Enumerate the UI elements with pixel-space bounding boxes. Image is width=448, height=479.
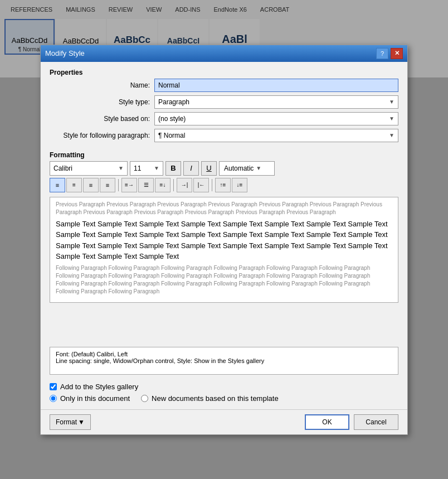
increase-indent-button[interactable]: →| bbox=[177, 178, 192, 192]
ok-cancel-buttons: OK Cancel bbox=[305, 414, 398, 430]
style-type-arrow: ▼ bbox=[389, 99, 395, 105]
font-select[interactable]: Calibri ▼ bbox=[50, 161, 128, 176]
properties-header: Properties bbox=[50, 69, 398, 76]
separator3 bbox=[212, 179, 212, 191]
add-to-gallery-checkbox[interactable] bbox=[50, 383, 57, 390]
color-arrow: ▼ bbox=[256, 165, 261, 171]
name-input[interactable] bbox=[154, 79, 398, 92]
checkbox-row: Add to the Styles gallery bbox=[50, 383, 398, 391]
cancel-button[interactable]: Cancel bbox=[354, 414, 398, 430]
size-select[interactable]: 11 ▼ bbox=[130, 161, 163, 176]
alignment-row: ≡ ≡ ≡ ≡ ≡→ ☰ ≡↓ →| |← ↑≡ ↓≡ bbox=[50, 178, 398, 192]
new-documents-radio[interactable] bbox=[141, 395, 148, 402]
line-space-up-button[interactable]: ↑≡ bbox=[215, 178, 231, 192]
style-based-select[interactable]: (no style) ▼ bbox=[154, 112, 398, 125]
add-to-gallery-label[interactable]: Add to the Styles gallery bbox=[60, 383, 138, 391]
bottom-options: Add to the Styles gallery Only in this d… bbox=[50, 383, 398, 403]
align-left-button[interactable]: ≡ bbox=[50, 178, 65, 192]
description-line1: Font: (Default) Calibri, Left bbox=[56, 351, 392, 357]
dialog-body: Properties Name: Style type: Paragraph ▼… bbox=[41, 62, 407, 409]
sample-text: Sample Text Sample Text Sample Text Samp… bbox=[56, 219, 392, 262]
radio-new-documents[interactable]: New documents based on this template bbox=[141, 394, 279, 403]
formatting-section: Formatting Calibri ▼ 11 ▼ B I U Auto bbox=[50, 151, 398, 341]
modify-style-dialog: Modify Style ? ✕ Properties Name: Style … bbox=[40, 45, 408, 435]
color-select[interactable]: Automatic ▼ bbox=[219, 161, 275, 176]
close-button[interactable]: ✕ bbox=[391, 48, 403, 59]
style-following-arrow: ▼ bbox=[389, 132, 395, 138]
list2-button[interactable]: ≡↓ bbox=[155, 178, 171, 192]
bold-button[interactable]: B bbox=[165, 161, 181, 176]
style-based-label: Style based on: bbox=[50, 115, 150, 123]
style-type-value: Paragraph bbox=[158, 98, 189, 106]
properties-section: Properties Name: Style type: Paragraph ▼… bbox=[50, 69, 398, 146]
format-label: Format bbox=[56, 418, 77, 426]
help-button[interactable]: ? bbox=[376, 48, 388, 59]
following-paragraph: Following Paragraph Following Paragraph … bbox=[56, 264, 392, 296]
align-right-button[interactable]: ≡ bbox=[83, 178, 99, 192]
description-line2: Line spacing: single, Widow/Orphan contr… bbox=[56, 357, 392, 364]
only-document-radio[interactable] bbox=[50, 395, 57, 402]
style-following-label: Style for following paragraph: bbox=[50, 132, 150, 139]
font-size: 11 bbox=[134, 164, 141, 172]
style-type-select[interactable]: Paragraph ▼ bbox=[154, 95, 398, 109]
previous-paragraph: Previous Paragraph Previous Paragraph Pr… bbox=[56, 201, 392, 216]
line-space-down-button[interactable]: ↓≡ bbox=[232, 178, 247, 192]
outline-level-button[interactable]: ≡→ bbox=[121, 178, 137, 192]
separator1 bbox=[118, 179, 119, 191]
style-following-row: Style for following paragraph: ¶ Normal … bbox=[50, 129, 398, 142]
only-document-label: Only in this document bbox=[60, 394, 130, 403]
name-label: Name: bbox=[50, 81, 150, 89]
color-label: Automatic bbox=[224, 164, 254, 172]
separator2 bbox=[173, 179, 174, 191]
align-center-button[interactable]: ≡ bbox=[66, 178, 82, 192]
dialog-footer: Format ▼ OK Cancel bbox=[41, 409, 407, 434]
format-dropdown-button[interactable]: Format ▼ bbox=[50, 414, 91, 430]
size-arrow: ▼ bbox=[154, 165, 159, 171]
style-preview-area: Previous Paragraph Previous Paragraph Pr… bbox=[50, 197, 398, 303]
modal-overlay: Modify Style ? ✕ Properties Name: Style … bbox=[0, 0, 448, 479]
underline-button[interactable]: U bbox=[201, 161, 217, 176]
style-following-select[interactable]: ¶ Normal ▼ bbox=[154, 129, 398, 142]
radio-row: Only in this document New documents base… bbox=[50, 394, 398, 403]
font-name: Calibri bbox=[53, 164, 72, 172]
style-description: Font: (Default) Calibri, Left Line spaci… bbox=[50, 347, 398, 375]
font-row: Calibri ▼ 11 ▼ B I U Automatic ▼ bbox=[50, 161, 398, 176]
style-type-row: Style type: Paragraph ▼ bbox=[50, 95, 398, 109]
style-type-label: Style type: bbox=[50, 98, 150, 106]
style-following-value: ¶ Normal bbox=[158, 132, 185, 139]
new-documents-label: New documents based on this template bbox=[152, 394, 279, 403]
font-arrow: ▼ bbox=[118, 165, 124, 171]
radio-only-document[interactable]: Only in this document bbox=[50, 394, 130, 403]
style-based-value: (no style) bbox=[158, 115, 186, 123]
format-arrow: ▼ bbox=[78, 418, 85, 426]
style-based-row: Style based on: (no style) ▼ bbox=[50, 112, 398, 125]
titlebar-buttons: ? ✕ bbox=[376, 48, 403, 59]
list-button[interactable]: ☰ bbox=[138, 178, 154, 192]
align-justify-button[interactable]: ≡ bbox=[100, 178, 115, 192]
name-row: Name: bbox=[50, 79, 398, 92]
decrease-indent-button[interactable]: |← bbox=[193, 178, 209, 192]
ok-button[interactable]: OK bbox=[305, 414, 349, 430]
dialog-titlebar: Modify Style ? ✕ bbox=[41, 45, 407, 62]
italic-button[interactable]: I bbox=[183, 161, 199, 176]
style-based-arrow: ▼ bbox=[389, 115, 395, 122]
dialog-title: Modify Style bbox=[45, 49, 85, 57]
formatting-header: Formatting bbox=[50, 151, 398, 159]
